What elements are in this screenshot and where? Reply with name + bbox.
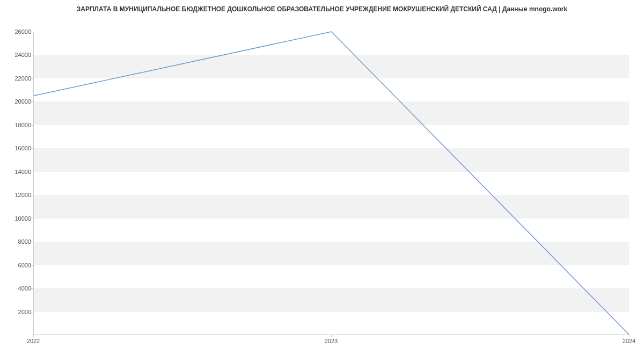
chart-title: ЗАРПЛАТА В МУНИЦИПАЛЬНОЕ БЮДЖЕТНОЕ ДОШКО…	[0, 0, 644, 16]
y-tick-mark	[31, 32, 33, 32]
y-tick-label: 20000	[4, 98, 31, 105]
y-tick-label: 6000	[4, 262, 31, 268]
y-tick-mark	[31, 242, 33, 242]
x-tick-label: 2022	[27, 338, 40, 344]
y-tick-mark	[31, 148, 33, 149]
line-chart-svg	[34, 32, 629, 335]
y-tick-mark	[31, 288, 33, 289]
chart-container: 2000400060008000100001200014000160001800…	[0, 16, 644, 348]
y-tick-label: 24000	[4, 52, 31, 58]
y-tick-mark	[31, 312, 33, 312]
x-tick-label: 2024	[623, 338, 635, 344]
y-tick-label: 8000	[4, 238, 31, 245]
x-tick-mark	[33, 335, 34, 337]
y-tick-label: 12000	[4, 192, 31, 198]
x-tick-label: 2023	[325, 338, 338, 344]
y-tick-label: 16000	[4, 145, 31, 151]
y-tick-mark	[31, 172, 33, 172]
y-tick-mark	[31, 195, 33, 195]
y-tick-label: 26000	[4, 28, 31, 35]
y-tick-label: 4000	[4, 285, 31, 292]
y-tick-mark	[31, 125, 33, 126]
y-tick-mark	[31, 78, 33, 79]
y-tick-label: 2000	[4, 309, 31, 315]
x-tick-mark	[629, 335, 630, 337]
y-tick-label: 14000	[4, 169, 31, 175]
plot-area	[33, 32, 629, 335]
y-tick-mark	[31, 265, 33, 266]
y-tick-mark	[31, 101, 33, 102]
y-tick-mark	[31, 219, 33, 219]
y-tick-mark	[31, 55, 33, 55]
data-line	[34, 32, 629, 335]
x-tick-mark	[331, 335, 332, 337]
y-tick-label: 22000	[4, 75, 31, 82]
y-tick-label: 10000	[4, 215, 31, 222]
y-tick-label: 18000	[4, 122, 31, 128]
